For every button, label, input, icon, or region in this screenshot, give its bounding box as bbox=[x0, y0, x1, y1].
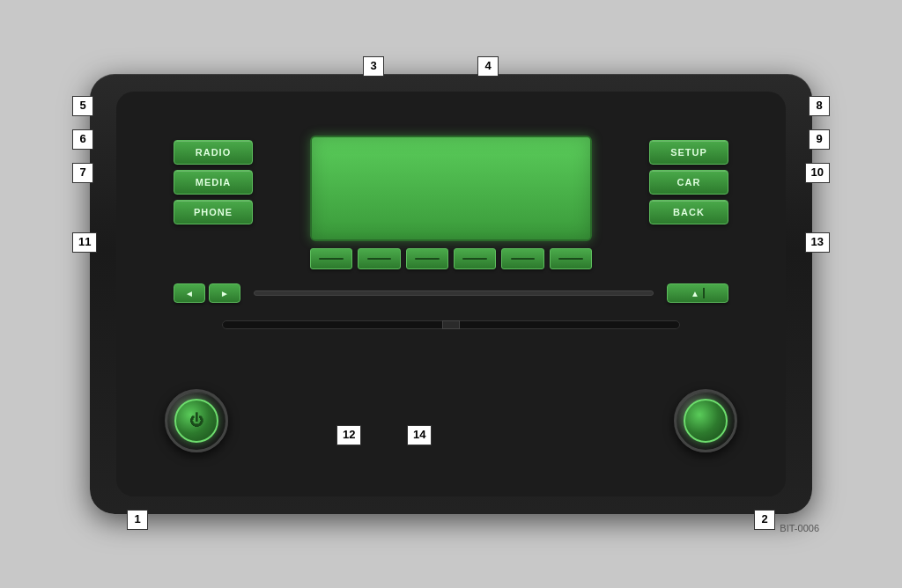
eject-line bbox=[703, 288, 705, 298]
knob-inner-right bbox=[684, 399, 728, 443]
eject-button[interactable]: ▲ bbox=[667, 283, 728, 303]
label-6: 6 bbox=[72, 129, 93, 150]
label-13: 13 bbox=[805, 232, 830, 253]
slot-indicator bbox=[442, 320, 460, 329]
label-1: 1 bbox=[127, 510, 148, 530]
radio-inner: RADIO MEDIA PHONE SETUP CAR BACK bbox=[116, 92, 786, 496]
knob-outer-left: ⏻ bbox=[165, 389, 228, 452]
softkey-3[interactable] bbox=[406, 248, 448, 269]
label-2: 2 bbox=[754, 510, 775, 530]
softkey-4[interactable] bbox=[454, 248, 496, 269]
label-8: 8 bbox=[809, 96, 830, 116]
softkey-1[interactable] bbox=[310, 248, 352, 269]
eject-icon: ▲ bbox=[691, 289, 699, 298]
car-button[interactable]: CAR bbox=[649, 170, 728, 195]
label-14: 14 bbox=[407, 425, 432, 445]
right-button-group: SETUP CAR BACK bbox=[649, 140, 728, 224]
setup-button[interactable]: SETUP bbox=[649, 140, 728, 165]
next-button[interactable]: ► bbox=[209, 283, 240, 303]
label-4: 4 bbox=[477, 56, 499, 77]
back-button[interactable]: BACK bbox=[649, 200, 728, 224]
knob-outer-right bbox=[674, 389, 737, 452]
power-icon: ⏻ bbox=[189, 413, 203, 429]
image-code: BIT-0006 bbox=[780, 523, 819, 533]
softkey-2[interactable] bbox=[358, 248, 400, 269]
label-5: 5 bbox=[72, 96, 93, 116]
label-11: 11 bbox=[72, 232, 97, 253]
volume-slider[interactable] bbox=[254, 290, 654, 296]
radio-unit: RADIO MEDIA PHONE SETUP CAR BACK bbox=[72, 48, 830, 540]
radio-body: RADIO MEDIA PHONE SETUP CAR BACK bbox=[90, 74, 812, 514]
label-9: 9 bbox=[809, 129, 830, 150]
label-12: 12 bbox=[336, 425, 361, 445]
phone-button[interactable]: PHONE bbox=[174, 200, 253, 224]
volume-knob[interactable] bbox=[674, 389, 737, 452]
softkey-6[interactable] bbox=[550, 248, 592, 269]
radio-button[interactable]: RADIO bbox=[174, 140, 253, 165]
prev-button[interactable]: ◄ bbox=[174, 283, 205, 303]
display-screen bbox=[310, 136, 592, 241]
power-knob[interactable]: ⏻ bbox=[165, 389, 228, 452]
label-10: 10 bbox=[805, 163, 830, 183]
left-button-group: RADIO MEDIA PHONE bbox=[174, 140, 253, 224]
softkeys-row bbox=[310, 248, 592, 269]
media-button[interactable]: MEDIA bbox=[174, 170, 253, 195]
nav-row: ◄ ► ▲ bbox=[174, 283, 728, 303]
label-3: 3 bbox=[363, 56, 384, 77]
label-7: 7 bbox=[72, 163, 93, 183]
softkey-5[interactable] bbox=[501, 248, 543, 269]
nav-prev-next: ◄ ► bbox=[174, 283, 240, 303]
knob-inner-left: ⏻ bbox=[174, 399, 218, 443]
